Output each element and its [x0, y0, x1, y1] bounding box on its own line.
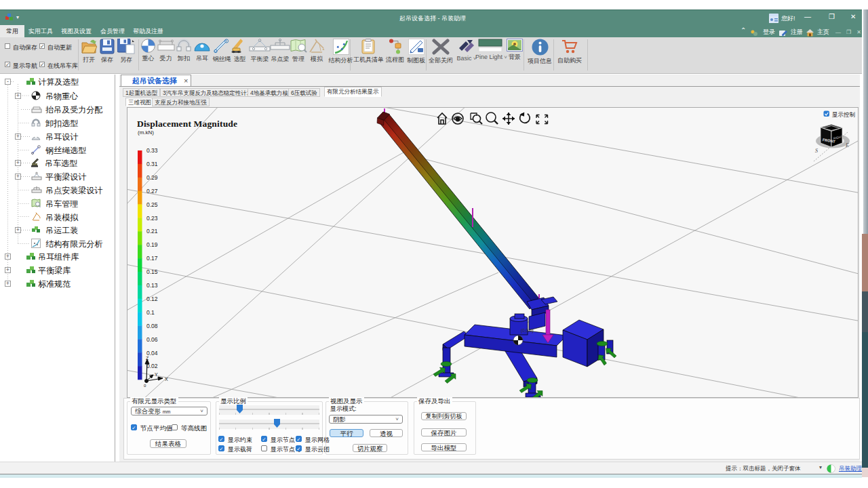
svg-text:(0,0,0): (0,0,0): [521, 328, 534, 333]
svg-text:0.29: 0.29: [146, 174, 158, 181]
svg-text:0.21: 0.21: [146, 228, 158, 235]
svg-text:0.04: 0.04: [146, 350, 158, 357]
svg-text:0.15: 0.15: [146, 268, 158, 275]
svg-text:0.31: 0.31: [146, 161, 158, 167]
svg-text:(m.kN): (m.kN): [138, 129, 154, 136]
svg-text:0.08: 0.08: [146, 323, 158, 329]
svg-text:0.27: 0.27: [146, 188, 158, 195]
svg-text:Z: Z: [146, 356, 149, 361]
svg-text:X: X: [165, 377, 168, 382]
svg-text:显示控制: 显示控制: [832, 111, 856, 118]
svg-text:E: E: [845, 142, 849, 148]
svg-text:0.23: 0.23: [146, 215, 158, 222]
svg-text:Displacement Magnitude: Displacement Magnitude: [137, 119, 237, 129]
svg-text:0.25: 0.25: [146, 201, 158, 208]
svg-text:0: 0: [144, 384, 146, 388]
svg-text:0.33: 0.33: [146, 147, 158, 154]
svg-text:S: S: [815, 148, 818, 154]
svg-text:Y: Y: [155, 372, 158, 377]
svg-text:0.06: 0.06: [146, 336, 158, 343]
svg-text:0.19: 0.19: [146, 241, 158, 248]
svg-text:0.17: 0.17: [146, 255, 158, 262]
svg-text:0.13: 0.13: [146, 282, 158, 289]
svg-text:0.12: 0.12: [146, 296, 158, 302]
svg-text:0.1: 0.1: [146, 309, 155, 316]
